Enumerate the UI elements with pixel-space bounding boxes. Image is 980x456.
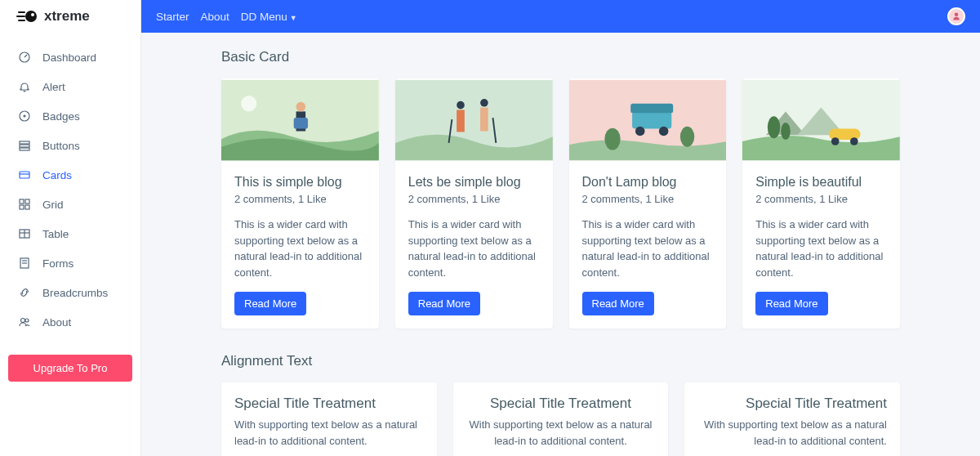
sidebar-item-forms[interactable]: Forms xyxy=(0,248,140,278)
form-icon xyxy=(18,257,31,270)
svg-rect-5 xyxy=(20,141,29,144)
card-meta: 2 comments, 1 Like xyxy=(408,193,540,205)
sidebar-item-label: Badges xyxy=(42,110,80,123)
alignment-card-row: Special Title Treatment With supporting … xyxy=(221,382,900,456)
card-title: Special Title Treatment xyxy=(466,396,656,412)
card-text: With supporting text below as a natural … xyxy=(234,417,424,449)
sidebar-item-table[interactable]: Table xyxy=(0,219,140,248)
sidebar-item-breadcrumbs[interactable]: Breadcrumbs xyxy=(0,278,140,307)
alignment-card-left: Special Title Treatment With supporting … xyxy=(221,382,437,456)
main-content: Basic Card This is simple blog 2 comment… xyxy=(141,33,980,456)
read-more-button[interactable]: Read More xyxy=(582,292,654,315)
svg-rect-10 xyxy=(20,199,24,203)
bell-icon xyxy=(18,80,31,93)
sidebar-item-label: Dashboard xyxy=(42,51,96,64)
upgrade-button[interactable]: Upgrade To Pro xyxy=(8,355,132,382)
sidebar-item-dashboard[interactable]: Dashboard xyxy=(0,42,140,72)
svg-point-41 xyxy=(679,127,693,147)
sidebar-item-alert[interactable]: Alert xyxy=(0,72,140,101)
svg-point-22 xyxy=(955,13,959,17)
sidebar-item-label: About xyxy=(42,316,71,329)
link-icon xyxy=(18,286,31,299)
svg-rect-6 xyxy=(20,145,29,147)
svg-point-47 xyxy=(850,137,858,145)
svg-rect-7 xyxy=(20,148,29,150)
svg-point-39 xyxy=(658,127,668,136)
card-text: This is a wider card with supporting tex… xyxy=(582,217,714,280)
card-text: With supporting text below as a natural … xyxy=(466,417,656,449)
gauge-icon xyxy=(18,51,31,64)
blog-card: This is simple blog 2 comments, 1 Like T… xyxy=(221,78,379,329)
topbar: Starter About DD Menu▼ xyxy=(141,0,980,33)
svg-rect-12 xyxy=(20,205,24,209)
brand-logo[interactable]: xtreme xyxy=(0,0,140,33)
sidebar-item-label: Grid xyxy=(42,199,64,211)
read-more-button[interactable]: Read More xyxy=(234,292,306,315)
alignment-card-center: Special Title Treatment With supporting … xyxy=(453,382,669,456)
card-title: This is simple blog xyxy=(234,175,366,190)
table-icon xyxy=(18,227,31,240)
card-icon xyxy=(18,168,31,181)
alignment-card-right: Special Title Treatment With supporting … xyxy=(684,382,900,456)
section-title-alignment: Alignment Text xyxy=(221,353,900,369)
sidebar-item-about[interactable]: About xyxy=(0,307,140,337)
svg-rect-37 xyxy=(630,104,673,114)
svg-point-24 xyxy=(241,96,256,111)
card-text: This is a wider card with supporting tex… xyxy=(755,217,887,280)
svg-point-4 xyxy=(24,115,25,117)
card-meta: 2 comments, 1 Like xyxy=(582,193,714,205)
brand-icon xyxy=(16,9,38,24)
sidebar-item-label: Table xyxy=(42,228,69,240)
card-title: Special Title Treatment xyxy=(697,396,887,412)
svg-point-1 xyxy=(31,13,34,16)
card-illustration xyxy=(395,78,553,162)
card-text: With supporting text below as a natural … xyxy=(697,417,887,449)
sidebar-item-buttons[interactable]: Buttons xyxy=(0,131,140,160)
tag-icon xyxy=(18,110,31,123)
read-more-button[interactable]: Read More xyxy=(408,292,480,315)
read-more-button[interactable]: Read More xyxy=(755,292,827,315)
sidebar-item-label: Buttons xyxy=(42,140,80,152)
svg-point-30 xyxy=(457,101,465,110)
card-title: Special Title Treatment xyxy=(234,396,424,412)
svg-point-0 xyxy=(25,11,37,22)
svg-point-43 xyxy=(768,116,780,138)
sidebar-item-label: Alert xyxy=(42,81,65,93)
card-title: Don't Lamp blog xyxy=(582,175,714,190)
svg-rect-36 xyxy=(632,111,671,128)
topnav-ddmenu-label: DD Menu xyxy=(241,11,287,23)
sidebar-item-cards[interactable]: Cards xyxy=(0,160,140,190)
sidebar-item-label: Cards xyxy=(42,169,72,181)
sidebar-item-badges[interactable]: Badges xyxy=(0,101,140,131)
card-illustration xyxy=(569,78,727,162)
sidebar-item-grid[interactable]: Grid xyxy=(0,190,140,219)
svg-rect-31 xyxy=(480,108,488,132)
blog-card: Simple is beautiful 2 comments, 1 Like T… xyxy=(742,78,900,329)
svg-point-21 xyxy=(25,319,29,322)
svg-point-46 xyxy=(831,137,840,145)
svg-rect-11 xyxy=(25,199,29,203)
card-text: This is a wider card with supporting tex… xyxy=(408,217,540,280)
topnav-starter[interactable]: Starter xyxy=(156,11,189,23)
card-title: Simple is beautiful xyxy=(755,175,887,190)
card-text: This is a wider card with supporting tex… xyxy=(234,217,366,280)
card-illustration xyxy=(221,78,379,162)
card-meta: 2 comments, 1 Like xyxy=(755,193,887,205)
card-title: Lets be simple blog xyxy=(408,175,540,190)
blog-card: Don't Lamp blog 2 comments, 1 Like This … xyxy=(569,78,727,329)
svg-point-40 xyxy=(604,128,620,150)
svg-rect-8 xyxy=(20,172,29,178)
user-avatar[interactable] xyxy=(947,7,965,25)
svg-point-44 xyxy=(781,123,791,140)
basic-card-row: This is simple blog 2 comments, 1 Like T… xyxy=(221,78,900,329)
svg-rect-27 xyxy=(294,118,308,128)
grid-icon xyxy=(18,198,31,211)
sidebar-nav: Dashboard Alert Badges Buttons Cards Gri… xyxy=(0,33,140,346)
sidebar-item-label: Breadcrumbs xyxy=(42,287,108,299)
sidebar: xtreme Dashboard Alert Badges Buttons Ca… xyxy=(0,0,141,456)
topnav-about[interactable]: About xyxy=(201,11,229,23)
topnav-ddmenu[interactable]: DD Menu▼ xyxy=(241,11,297,23)
caret-down-icon: ▼ xyxy=(290,14,297,22)
svg-rect-29 xyxy=(457,110,465,132)
svg-rect-13 xyxy=(25,205,29,209)
